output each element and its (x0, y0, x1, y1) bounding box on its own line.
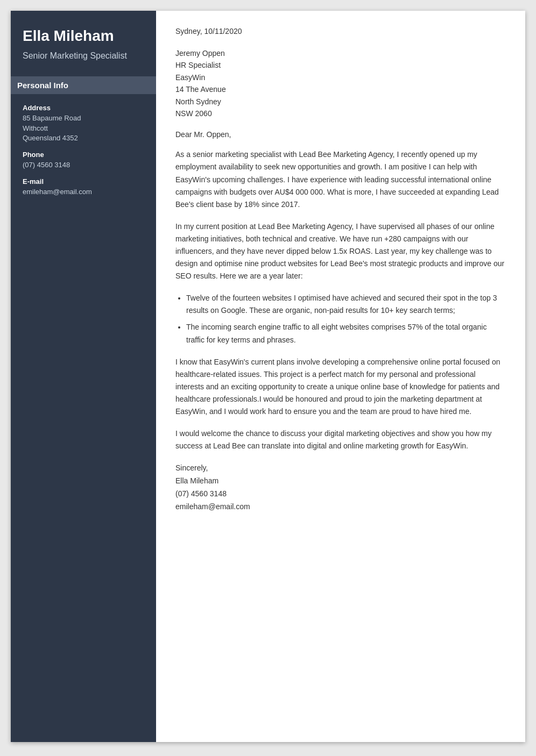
closing-email: emileham@email.com (175, 501, 506, 513)
recipient-company: EasyWin (175, 72, 506, 83)
bullet-item-1: Twelve of the fourteen websites I optimi… (186, 292, 506, 317)
closing-phone: (07) 4560 3148 (175, 488, 506, 501)
phone-label: Phone (23, 151, 144, 159)
recipient-address1: 14 The Avenue (175, 83, 506, 95)
resume-cover-letter: Ella Mileham Senior Marketing Specialist… (11, 11, 525, 742)
applicant-title: Senior Marketing Specialist (23, 51, 144, 62)
letter-greeting: Dear Mr. Oppen, (175, 130, 506, 139)
letter-paragraph-1: As a senior marketing specialist with Le… (175, 148, 506, 210)
bullet-list: Twelve of the fourteen websites I optimi… (186, 292, 506, 346)
recipient-block: Jeremy Oppen HR Specialist EasyWin 14 Th… (175, 47, 506, 119)
address-line3: Queensland 4352 (23, 134, 78, 142)
email-value: emileham@email.com (23, 187, 144, 197)
recipient-address2: North Sydney (175, 96, 506, 108)
address-line2: Withcott (23, 124, 48, 132)
letter-date: Sydney, 10/11/2020 (175, 27, 506, 35)
address-line1: 85 Bapaume Road (23, 114, 81, 122)
bullet-item-2: The incoming search engine traffic to al… (186, 321, 506, 346)
recipient-name: Jeremy Oppen (175, 47, 506, 59)
email-label: E-mail (23, 177, 144, 186)
personal-info-header: Personal Info (11, 76, 156, 94)
address-value: 85 Bapaume Road Withcott Queensland 4352 (23, 113, 144, 143)
closing-salutation: Sincerely, (175, 462, 506, 475)
letter-paragraph-2: In my current position at Lead Bee Marke… (175, 220, 506, 282)
main-content: Sydney, 10/11/2020 Jeremy Oppen HR Speci… (156, 11, 525, 742)
sidebar: Ella Mileham Senior Marketing Specialist… (11, 11, 156, 742)
phone-value: (07) 4560 3148 (23, 160, 144, 170)
recipient-address3: NSW 2060 (175, 108, 506, 119)
letter-paragraph-4: I would welcome the chance to discuss yo… (175, 427, 506, 452)
letter-paragraph-3: I know that EasyWin's current plans invo… (175, 356, 506, 418)
closing-block: Sincerely, Ella Mileham (07) 4560 3148 e… (175, 462, 506, 513)
address-label: Address (23, 104, 144, 112)
applicant-name: Ella Mileham (23, 27, 144, 45)
closing-name: Ella Mileham (175, 475, 506, 488)
recipient-title: HR Specialist (175, 59, 506, 71)
